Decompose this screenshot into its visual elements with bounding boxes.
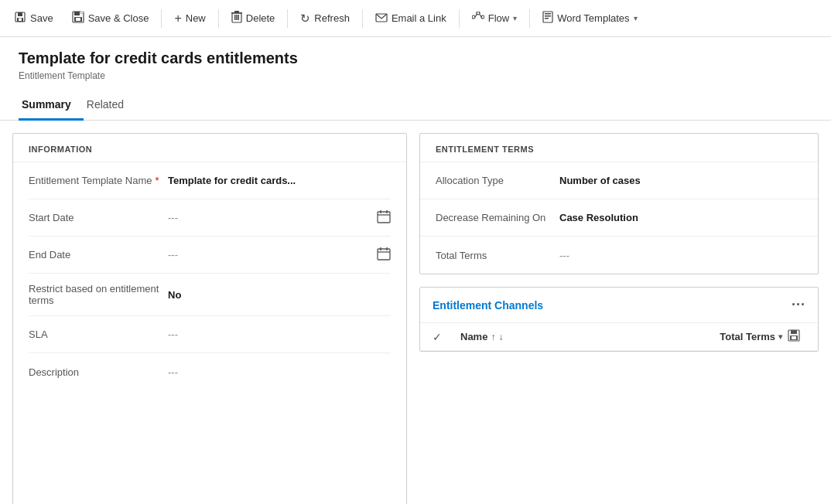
page-title: Template for credit cards entitlements — [19, 49, 812, 67]
channels-name-label: Name — [460, 331, 487, 342]
tab-summary-label: Summary — [22, 98, 71, 111]
end-date-calendar-icon[interactable] — [377, 247, 391, 264]
channels-save-col — [782, 329, 805, 344]
channels-check-col: ✓ — [433, 331, 460, 343]
label-total-terms: Total Terms — [436, 250, 559, 261]
save-close-icon: ⊡ — [72, 11, 84, 26]
label-allocation-type: Allocation Type — [436, 175, 559, 186]
flow-chevron-icon: ▾ — [513, 14, 517, 22]
new-icon: + — [174, 12, 181, 26]
delete-button[interactable]: Delete — [224, 6, 283, 30]
word-templates-label: Word Templates — [557, 12, 629, 24]
flow-button[interactable]: Flow ▾ — [464, 7, 525, 29]
label-decrease-remaining-on: Decrease Remaining On — [436, 212, 559, 223]
svg-text:⊡: ⊡ — [80, 11, 84, 15]
page-subtitle: Entitlement Template — [19, 70, 812, 81]
required-star: * — [155, 175, 159, 186]
value-start-date[interactable]: --- — [168, 209, 391, 226]
svg-rect-15 — [234, 11, 239, 12]
svg-rect-5 — [74, 12, 80, 15]
svg-rect-13 — [238, 15, 239, 20]
value-entitlement-template-name[interactable]: Template for credit cards... — [168, 175, 391, 186]
channels-more-icon[interactable]: ··· — [792, 297, 805, 313]
entitlement-terms-header: ENTITLEMENT TERMS — [420, 134, 818, 162]
channels-columns-header: ✓ Name ↑ ↓ Total Terms ▾ — [420, 323, 818, 351]
svg-rect-1 — [18, 12, 22, 16]
channels-total-terms-label: Total Terms — [720, 331, 775, 342]
refresh-icon: ↻ — [300, 12, 310, 26]
channels-sort-down-icon[interactable]: ↓ — [498, 332, 503, 342]
channels-sort-up-icon[interactable]: ↑ — [491, 332, 495, 342]
entitlement-terms-panel: ENTITLEMENT TERMS Allocation Type Number… — [419, 133, 819, 274]
svg-rect-12 — [236, 15, 238, 20]
value-sla[interactable]: --- — [168, 329, 391, 340]
refresh-button[interactable]: ↻ Refresh — [292, 7, 357, 30]
channels-save-icon[interactable] — [788, 329, 800, 344]
channels-header: Entitlement Channels ··· — [420, 288, 818, 323]
toolbar: Save ⊡ Save & Close + New — [0, 0, 831, 37]
label-entitlement-template-name: Entitlement Template Name * — [29, 175, 168, 186]
delete-icon — [231, 11, 242, 26]
svg-rect-14 — [231, 12, 242, 14]
tab-related[interactable]: Related — [84, 90, 136, 121]
save-button[interactable]: Save — [6, 6, 61, 30]
information-form: Entitlement Template Name * Template for… — [13, 162, 406, 390]
field-decrease-remaining-on: Decrease Remaining On Case Resolution — [420, 199, 818, 237]
main-content: INFORMATION Entitlement Template Name * … — [0, 121, 831, 504]
field-end-date: End Date --- — [29, 237, 391, 274]
svg-rect-30 — [378, 249, 390, 260]
channels-check-icon: ✓ — [433, 331, 442, 343]
channels-total-terms-col[interactable]: Total Terms ▾ — [689, 331, 782, 342]
start-date-calendar-icon[interactable] — [377, 209, 391, 226]
save-close-button[interactable]: ⊡ Save & Close — [64, 6, 157, 30]
label-description: Description — [29, 366, 168, 378]
label-end-date: End Date — [29, 249, 168, 261]
divider-5 — [459, 9, 460, 28]
entitlement-channels-panel: Entitlement Channels ··· ✓ Name ↑ ↓ Tota… — [419, 287, 819, 352]
save-icon — [14, 11, 26, 26]
email-link-button[interactable]: Email a Link — [368, 8, 454, 29]
word-templates-chevron-icon: ▾ — [634, 14, 638, 22]
save-label: Save — [30, 12, 53, 24]
field-total-terms: Total Terms --- — [420, 237, 818, 274]
word-templates-button[interactable]: Word Templates ▾ — [535, 6, 645, 30]
save-close-label: Save & Close — [88, 12, 149, 24]
svg-rect-23 — [545, 13, 551, 15]
divider-1 — [161, 9, 162, 28]
right-panels: ENTITLEMENT TERMS Allocation Type Number… — [419, 133, 819, 504]
tab-related-label: Related — [87, 98, 124, 111]
svg-rect-37 — [792, 336, 796, 339]
field-entitlement-template-name: Entitlement Template Name * Template for… — [29, 162, 391, 199]
channels-name-col[interactable]: Name ↑ ↓ — [460, 331, 689, 342]
value-description[interactable]: --- — [168, 366, 391, 378]
value-end-date[interactable]: --- — [168, 247, 391, 264]
divider-4 — [362, 9, 363, 28]
value-decrease-remaining-on[interactable]: Case Resolution — [559, 212, 802, 223]
field-sla: SLA --- — [29, 316, 391, 353]
value-restrict-entitlement[interactable]: No — [168, 289, 391, 301]
email-link-label: Email a Link — [392, 12, 446, 24]
svg-line-20 — [475, 15, 477, 18]
value-total-terms[interactable]: --- — [559, 250, 802, 261]
label-sla: SLA — [29, 329, 168, 340]
page-header: Template for credit cards entitlements E… — [0, 37, 831, 81]
value-allocation-type[interactable]: Number of cases — [559, 175, 802, 186]
delete-label: Delete — [246, 12, 275, 24]
svg-rect-35 — [791, 330, 797, 334]
word-templates-icon — [542, 11, 553, 26]
field-allocation-type: Allocation Type Number of cases — [420, 162, 818, 199]
flow-icon — [472, 12, 484, 25]
new-button[interactable]: + New — [166, 7, 213, 30]
new-label: New — [186, 12, 206, 24]
svg-rect-3 — [19, 19, 22, 22]
label-restrict-entitlement: Restrict based on entitlement terms — [29, 283, 168, 306]
svg-rect-7 — [76, 18, 80, 21]
tab-summary[interactable]: Summary — [19, 90, 84, 121]
svg-point-17 — [472, 15, 475, 19]
information-panel: INFORMATION Entitlement Template Name * … — [12, 133, 407, 504]
svg-rect-11 — [234, 15, 236, 20]
field-restrict-entitlement: Restrict based on entitlement terms No — [29, 274, 391, 316]
divider-3 — [287, 9, 288, 28]
information-header: INFORMATION — [13, 134, 406, 162]
refresh-label: Refresh — [314, 12, 350, 24]
